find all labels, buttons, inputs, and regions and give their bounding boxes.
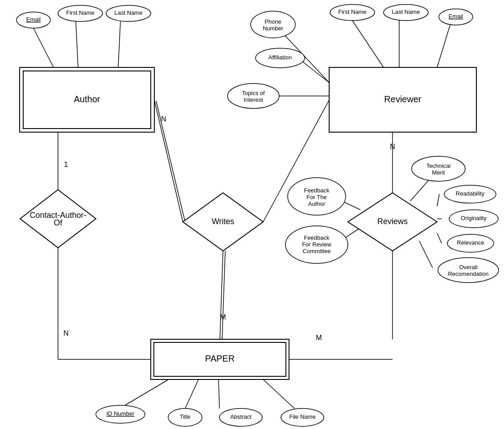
line-paper-filename: [263, 379, 294, 408]
feedback-committee-label3: Committee: [303, 248, 331, 254]
feedback-author-label3: Author: [308, 200, 326, 207]
reviewer-lastname-label: Last Name: [392, 8, 420, 15]
author-firstname-label: First Name: [66, 9, 95, 16]
overall-label2: Recomendation: [448, 271, 488, 277]
line-author-writes1: [154, 100, 183, 222]
reviewer-affiliation-label: Affiliation: [269, 54, 292, 61]
writes-label: Writes: [212, 217, 235, 226]
reviewer-firstname-label: First Name: [338, 8, 367, 15]
feedback-author-label2: For The: [306, 194, 326, 200]
line-author-firstname: [76, 21, 78, 67]
line-paper-title: [185, 379, 198, 408]
paper-idnum-label: ID Number: [107, 410, 135, 417]
line-paper-idnum: [125, 379, 169, 405]
overall-label1: Overall: [459, 264, 477, 271]
paper-title-label: Title: [180, 413, 190, 420]
feedback-committee-label2: For Review: [302, 241, 331, 248]
line-reviews-relevance: [437, 233, 442, 243]
relevance-label: Relevance: [457, 239, 484, 246]
reviewer-phone-label2: Number: [263, 25, 284, 32]
cardinality-contact-paper-n: N: [63, 329, 69, 337]
paper-abstract-label: Abstract: [230, 413, 252, 420]
reviewer-topics-label1: Topics of: [242, 90, 265, 96]
line-author-writes2: [156, 101, 185, 222]
line-author-email: [33, 28, 54, 67]
cardinality-writes-paper-m: M: [220, 313, 226, 321]
readability-label: Readability: [456, 190, 485, 197]
line-reviews-readability: [437, 194, 439, 206]
line-author-lastname: [118, 21, 120, 67]
line-paper-abstract: [219, 379, 219, 408]
feedback-committee-label1: Feedback: [304, 234, 330, 241]
author-email-label: Email: [26, 16, 41, 23]
paper-label: PAPER: [205, 354, 235, 363]
line-reviewer-email: [437, 24, 450, 67]
reviewer-phone-label1: Phone: [264, 18, 281, 25]
reviews-label: Reviews: [377, 217, 408, 226]
cardinality-reviewer-reviews-n: N: [390, 143, 395, 150]
cardinality-author-writes-n: N: [161, 115, 166, 123]
reviewer-email-label: Email: [449, 13, 463, 20]
line-reviewer-firstname: [351, 19, 384, 67]
reviewer-topics-label2: Interest: [244, 96, 263, 103]
reviewer-label: Reviewer: [384, 94, 421, 104]
originality-label: Originality: [461, 215, 487, 221]
er-diagram: Author Reviewer PAPER Writes Reviews Con…: [0, 0, 504, 429]
line-reviews-overall: [419, 241, 433, 268]
technical-merit-label1: Technical: [426, 162, 450, 169]
paper-filename-label: File Name: [289, 413, 315, 420]
author-lastname-label: Last Name: [115, 9, 143, 16]
contact-label2: Of: [54, 218, 62, 227]
cardinality-author-contact-1: 1: [64, 161, 68, 168]
feedback-author-label1: Feedback: [304, 187, 330, 194]
author-label: Author: [74, 94, 100, 104]
technical-merit-label2: Merit: [432, 169, 445, 176]
cardinality-reviews-paper-m: M: [316, 334, 322, 342]
